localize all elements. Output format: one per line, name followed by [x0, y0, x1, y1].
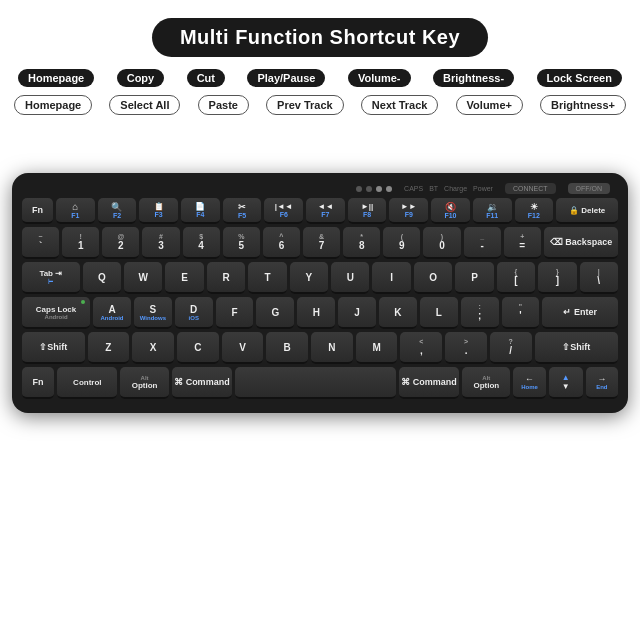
key-backspace[interactable]: ⌫ Backspace	[544, 227, 618, 259]
key-1[interactable]: !1	[62, 227, 99, 259]
key-m[interactable]: M	[356, 332, 398, 364]
key-arrow-left[interactable]: ←Home	[513, 367, 545, 399]
key-l[interactable]: L	[420, 297, 458, 329]
key-r[interactable]: R	[207, 262, 245, 294]
qwerty-key-row: Tab ⇥⊢ Q W E R T Y U I O P {[ }] |\	[22, 262, 618, 294]
key-o[interactable]: O	[414, 262, 452, 294]
bottom-labels-row: Homepage Select All Paste Prev Track Nex…	[10, 95, 630, 115]
key-f11[interactable]: 🔉F11	[473, 198, 512, 224]
key-q[interactable]: Q	[83, 262, 121, 294]
label-homepage-bottom: Homepage	[14, 95, 92, 115]
key-shift-right[interactable]: ⇧Shift	[535, 332, 618, 364]
key-p[interactable]: P	[455, 262, 493, 294]
key-w[interactable]: W	[124, 262, 162, 294]
key-caps-lock[interactable]: Caps Lock Android	[22, 297, 90, 329]
title-bar: Multi Function Shortcut Key	[0, 0, 640, 67]
key-f6[interactable]: |◄◄F6	[264, 198, 303, 224]
key-minus[interactable]: _-	[464, 227, 501, 259]
key-k[interactable]: K	[379, 297, 417, 329]
key-slash[interactable]: ?/	[490, 332, 532, 364]
key-6[interactable]: ^6	[263, 227, 300, 259]
caps-dot	[356, 186, 362, 192]
bt-dot	[366, 186, 372, 192]
key-command-right[interactable]: ⌘ Command	[399, 367, 459, 399]
key-j[interactable]: J	[338, 297, 376, 329]
key-f2[interactable]: 🔍F2	[98, 198, 137, 224]
key-fn[interactable]: Fn	[22, 198, 53, 224]
key-8[interactable]: *8	[343, 227, 380, 259]
key-alt-right[interactable]: AltOption	[462, 367, 510, 399]
key-alt-left[interactable]: AltOption	[120, 367, 168, 399]
key-7[interactable]: &7	[303, 227, 340, 259]
key-fn-bottom[interactable]: Fn	[22, 367, 54, 399]
key-g[interactable]: G	[256, 297, 294, 329]
key-y[interactable]: Y	[290, 262, 328, 294]
key-e[interactable]: E	[165, 262, 203, 294]
key-f4[interactable]: 📄F4	[181, 198, 220, 224]
key-f8[interactable]: ►||F8	[348, 198, 387, 224]
page-title: Multi Function Shortcut Key	[152, 18, 488, 57]
key-enter[interactable]: ↵ Enter	[542, 297, 618, 329]
key-backtick[interactable]: ~`	[22, 227, 59, 259]
key-f1[interactable]: ⌂F1	[56, 198, 95, 224]
label-paste-bottom: Paste	[198, 95, 249, 115]
label-cut-top: Cut	[187, 69, 225, 87]
key-f9[interactable]: ►►F9	[389, 198, 428, 224]
status-dots	[356, 186, 392, 192]
key-command-left[interactable]: ⌘ Command	[172, 367, 232, 399]
key-f12[interactable]: ☀F12	[515, 198, 554, 224]
key-comma[interactable]: <,	[400, 332, 442, 364]
key-equals[interactable]: +=	[504, 227, 541, 259]
key-f5[interactable]: ✂F5	[223, 198, 262, 224]
key-f7[interactable]: ◄◄F7	[306, 198, 345, 224]
key-n[interactable]: N	[311, 332, 353, 364]
key-h[interactable]: H	[297, 297, 335, 329]
key-i[interactable]: I	[372, 262, 410, 294]
label-copy-top: Copy	[117, 69, 165, 87]
key-u[interactable]: U	[331, 262, 369, 294]
key-a[interactable]: AAndroid	[93, 297, 131, 329]
caps-label: CAPS	[404, 185, 423, 192]
key-control[interactable]: Control	[57, 367, 117, 399]
key-b[interactable]: B	[266, 332, 308, 364]
key-z[interactable]: Z	[88, 332, 130, 364]
key-quote[interactable]: "'	[502, 297, 540, 329]
key-9[interactable]: (9	[383, 227, 420, 259]
key-0[interactable]: )0	[423, 227, 460, 259]
key-2[interactable]: @2	[102, 227, 139, 259]
key-tab[interactable]: Tab ⇥⊢	[22, 262, 80, 294]
key-3[interactable]: #3	[142, 227, 179, 259]
bt-label: BT	[429, 185, 438, 192]
label-lockscreen-top: Lock Screen	[537, 69, 622, 87]
connect-button[interactable]: CONNECT	[505, 183, 556, 194]
key-d[interactable]: DiOS	[175, 297, 213, 329]
key-backslash[interactable]: |\	[580, 262, 618, 294]
key-4[interactable]: $4	[183, 227, 220, 259]
key-x[interactable]: X	[132, 332, 174, 364]
key-t[interactable]: T	[248, 262, 286, 294]
key-space[interactable]	[235, 367, 396, 399]
key-5[interactable]: %5	[223, 227, 260, 259]
key-v[interactable]: V	[222, 332, 264, 364]
key-period[interactable]: >.	[445, 332, 487, 364]
key-arrow-up-down[interactable]: ▲▼	[549, 367, 583, 399]
status-bar: CAPS BT Charge Power CONNECT OFF/ON	[22, 183, 618, 198]
key-rbracket[interactable]: }]	[538, 262, 576, 294]
key-s[interactable]: SWindows	[134, 297, 172, 329]
key-arrow-right[interactable]: →End	[586, 367, 618, 399]
key-shift-left[interactable]: ⇧Shift	[22, 332, 85, 364]
label-volume-plus-bottom: Volume+	[456, 95, 523, 115]
key-lbracket[interactable]: {[	[497, 262, 535, 294]
key-semicolon[interactable]: :;	[461, 297, 499, 329]
charge-dot	[376, 186, 382, 192]
key-f10[interactable]: 🔇F10	[431, 198, 470, 224]
key-delete[interactable]: 🔒 Delete	[556, 198, 618, 224]
page: Multi Function Shortcut Key Homepage Cop…	[0, 0, 640, 640]
key-f3[interactable]: 📋F3	[139, 198, 178, 224]
key-c[interactable]: C	[177, 332, 219, 364]
fn-key-row: Fn ⌂F1 🔍F2 📋F3 📄F4 ✂F5 |◄◄F6 ◄◄F7 ►||F8 …	[22, 198, 618, 224]
top-labels-row: Homepage Copy Cut Play/Pause Volume- Bri…	[10, 69, 630, 87]
power-switch[interactable]: OFF/ON	[568, 183, 610, 194]
power-label: Power	[473, 185, 493, 192]
key-f[interactable]: F	[216, 297, 254, 329]
